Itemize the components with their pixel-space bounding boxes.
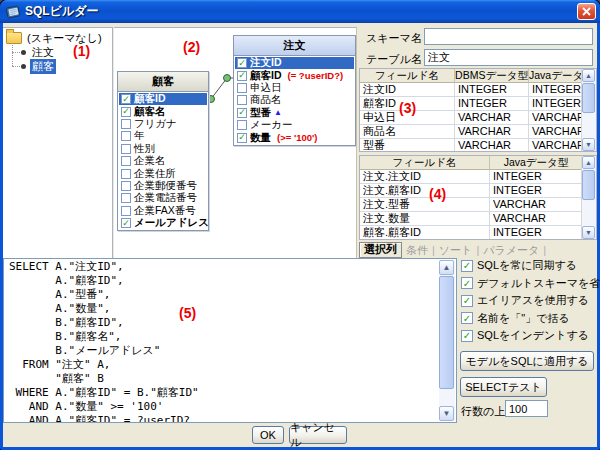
fields-grid-scrollbar[interactable]: ▲ ▼ xyxy=(581,69,596,151)
tab-separator: | xyxy=(543,244,546,256)
option-checkbox[interactable]: ✓SQLを常に同期する xyxy=(461,259,597,272)
row-limit-input[interactable] xyxy=(505,400,548,417)
grid-row[interactable]: 注文IDINTEGERINTEGER xyxy=(360,83,596,97)
field-checkbox[interactable] xyxy=(121,131,131,141)
scrollbar-thumb[interactable] xyxy=(439,276,454,389)
tab-parameters[interactable]: パラメータ xyxy=(481,243,541,258)
field-checkbox[interactable] xyxy=(121,206,131,216)
field-checkbox[interactable] xyxy=(121,181,131,191)
field-checkbox[interactable] xyxy=(121,193,131,203)
scroll-down-icon[interactable]: ▼ xyxy=(439,406,454,421)
grid-row[interactable]: 商品名VARCHARVARCHAR xyxy=(360,125,596,139)
tree-item[interactable]: 顧客 xyxy=(12,59,112,73)
field-checkbox[interactable] xyxy=(121,144,131,154)
diagram-field-row[interactable]: ✓ 型番 ▲ xyxy=(235,107,354,119)
sql-line: B."顧客ID", xyxy=(9,316,438,330)
diagram-field-row[interactable]: 年 xyxy=(119,130,207,142)
diagram-field-row[interactable]: 企業名 xyxy=(119,155,207,167)
grid-row[interactable]: 注文.顧客IDINTEGER xyxy=(360,184,596,198)
table-name-input[interactable] xyxy=(424,49,593,66)
diagram-field-row[interactable]: ✓ 顧客ID (= ?userID?) xyxy=(235,69,354,81)
tree-root-item[interactable]: (スキーマなし) xyxy=(3,28,112,45)
field-checkbox[interactable]: ✓ xyxy=(237,108,247,118)
grid-tabstrip: 選択列条件|ソート|パラメータ| xyxy=(359,242,546,258)
diagram-field-row[interactable]: ✓ 注文ID xyxy=(235,57,354,69)
field-checkbox[interactable] xyxy=(121,156,131,166)
diagram-field-row[interactable]: ✓ メールアドレス xyxy=(119,217,207,229)
scroll-up-icon[interactable]: ▲ xyxy=(582,156,595,169)
grid-row[interactable]: 注文.型番VARCHAR xyxy=(360,198,596,212)
sql-preview-pane[interactable]: SELECT A."注文ID", A."顧客ID", A."型番", A."数量… xyxy=(3,258,457,423)
diagram-field-row[interactable]: メーカー xyxy=(235,119,354,131)
diagram-field-row[interactable]: フリガナ xyxy=(119,118,207,130)
column-header[interactable]: フィールド名 xyxy=(360,69,455,83)
option-checkbox[interactable]: ✓SQLをインデントする xyxy=(461,329,597,342)
field-checkbox[interactable]: ✓ xyxy=(237,71,247,81)
table-fields-grid[interactable]: フィールド名DBMSデータ型Javaデータ型 注文IDINTEGERINTEGE… xyxy=(359,68,597,152)
grid-cell: INTEGER xyxy=(490,170,583,184)
tab-sort[interactable]: ソート xyxy=(437,243,475,258)
option-checkbox[interactable]: ✓エイリアスを使用する xyxy=(461,294,597,307)
ok-button[interactable]: OK xyxy=(252,426,284,444)
diagram-field-row[interactable]: 性別 xyxy=(119,143,207,155)
diagram-table-order[interactable]: 注文 ✓ 注文ID ✓ 顧客ID (= ?userID?) 申込日 商品名 ✓ … xyxy=(233,35,356,146)
selected-columns-grid[interactable]: フィールド名Javaデータ型 注文.注文IDINTEGER注文.顧客IDINTE… xyxy=(359,155,597,240)
scroll-up-icon[interactable]: ▲ xyxy=(439,260,454,275)
option-checkbox[interactable]: ✓デフォルトスキーマを省略する xyxy=(461,277,597,290)
diagram-field-row[interactable]: 企業FAX番号 xyxy=(119,205,207,217)
close-button[interactable] xyxy=(577,3,596,20)
field-checkbox[interactable] xyxy=(237,83,247,93)
field-checkbox[interactable] xyxy=(237,95,247,105)
field-checkbox[interactable]: ✓ xyxy=(121,94,131,104)
column-header[interactable]: Javaデータ型 xyxy=(529,69,583,83)
field-checkbox[interactable] xyxy=(121,169,131,179)
sql-line: "顧客" B xyxy=(9,372,438,386)
diagram-field-row[interactable]: 企業電話番号 xyxy=(119,192,207,204)
schema-tree[interactable]: (スキーマなし) 注文 顧客 xyxy=(3,27,113,258)
scrollbar-thumb[interactable] xyxy=(582,170,595,200)
grid-row[interactable]: 申込日VARCHARVARCHAR xyxy=(360,111,596,125)
field-checkbox[interactable]: ✓ xyxy=(237,58,247,68)
scrollbar-thumb[interactable] xyxy=(582,83,595,113)
scroll-up-icon[interactable]: ▲ xyxy=(582,69,595,82)
diagram-field-row[interactable]: 企業郵便番号 xyxy=(119,180,207,192)
field-checkbox[interactable]: ✓ xyxy=(121,107,131,117)
grid-cell: 注文.顧客ID xyxy=(360,184,490,198)
column-header[interactable]: フィールド名 xyxy=(360,156,490,170)
tree-item[interactable]: 注文 xyxy=(12,45,112,59)
field-checkbox[interactable] xyxy=(121,119,131,129)
tab-selected-columns[interactable]: 選択列 xyxy=(359,242,402,258)
field-checkbox[interactable] xyxy=(237,120,247,130)
grid-row[interactable]: 顧客.顧客IDINTEGER xyxy=(360,226,596,240)
diagram-table-order-title[interactable]: 注文 xyxy=(234,36,355,56)
titlebar[interactable]: SQLビルダー xyxy=(0,0,600,23)
grid-row[interactable]: 顧客IDINTEGERINTEGER xyxy=(360,97,596,111)
apply-model-to-sql-button[interactable]: モデルをSQLに適用する xyxy=(460,351,594,371)
diagram-table-customer-title[interactable]: 顧客 xyxy=(118,72,208,92)
selected-columns-scrollbar[interactable]: ▲ ▼ xyxy=(581,156,596,239)
grid-row[interactable]: 注文.数量VARCHAR xyxy=(360,212,596,226)
select-test-button[interactable]: SELECTテスト xyxy=(460,377,547,397)
diagram-field-row[interactable]: 申込日 xyxy=(235,82,354,94)
diagram-table-customer[interactable]: 顧客 ✓ 顧客ID ✓ 顧客名 フリガナ 年 性別 企業名 xyxy=(117,71,209,231)
column-header[interactable]: Javaデータ型 xyxy=(490,156,583,170)
diagram-field-row[interactable]: 企業住所 xyxy=(119,167,207,179)
field-checkbox[interactable]: ✓ xyxy=(121,218,131,228)
scroll-down-icon[interactable]: ▼ xyxy=(582,138,595,151)
cancel-button[interactable]: キャンセル xyxy=(289,426,347,444)
grid-cell: VARCHAR xyxy=(529,125,583,139)
diagram-field-row[interactable]: ✓ 顧客名 xyxy=(119,105,207,117)
schema-name-input[interactable] xyxy=(424,28,593,45)
scroll-down-icon[interactable]: ▼ xyxy=(582,226,595,239)
field-checkbox[interactable]: ✓ xyxy=(237,133,247,143)
diagram-field-row[interactable]: ✓ 顧客ID xyxy=(119,93,207,105)
sql-text[interactable]: SELECT A."注文ID", A."顧客ID", A."型番", A."数量… xyxy=(9,260,438,422)
grid-row[interactable]: 型番VARCHARVARCHAR xyxy=(360,139,596,152)
column-header[interactable]: DBMSデータ型 xyxy=(455,69,529,83)
tab-conditions[interactable]: 条件 xyxy=(404,243,430,258)
sql-scrollbar[interactable]: ▲ ▼ xyxy=(439,260,455,421)
diagram-field-row[interactable]: ✓ 数量 (>= '100') xyxy=(235,131,354,143)
diagram-field-row[interactable]: 商品名 xyxy=(235,94,354,106)
grid-row[interactable]: 注文.注文IDINTEGER xyxy=(360,170,596,184)
option-checkbox[interactable]: ✓名前を「"」で括る xyxy=(461,312,597,325)
